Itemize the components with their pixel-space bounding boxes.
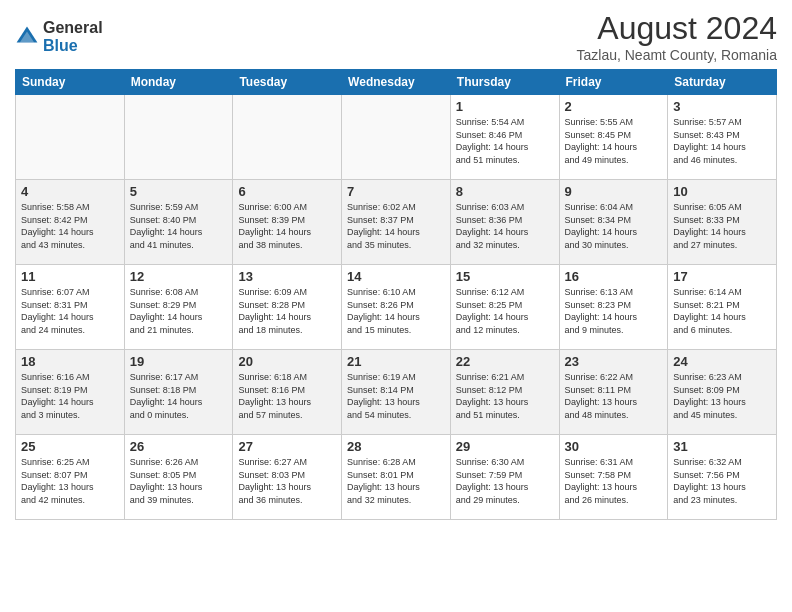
day-info-18: Sunrise: 6:16 AM Sunset: 8:19 PM Dayligh… — [21, 371, 119, 421]
cell-4-5: 30Sunrise: 6:31 AM Sunset: 7:58 PM Dayli… — [559, 435, 668, 520]
logo-blue: Blue — [43, 37, 103, 55]
day-number-8: 8 — [456, 184, 554, 199]
day-info-28: Sunrise: 6:28 AM Sunset: 8:01 PM Dayligh… — [347, 456, 445, 506]
day-info-21: Sunrise: 6:19 AM Sunset: 8:14 PM Dayligh… — [347, 371, 445, 421]
day-info-13: Sunrise: 6:09 AM Sunset: 8:28 PM Dayligh… — [238, 286, 336, 336]
logo-general: General — [43, 19, 103, 37]
logo-icon — [15, 25, 39, 49]
th-friday: Friday — [559, 70, 668, 95]
day-info-24: Sunrise: 6:23 AM Sunset: 8:09 PM Dayligh… — [673, 371, 771, 421]
day-number-12: 12 — [130, 269, 228, 284]
day-number-7: 7 — [347, 184, 445, 199]
day-info-12: Sunrise: 6:08 AM Sunset: 8:29 PM Dayligh… — [130, 286, 228, 336]
day-number-20: 20 — [238, 354, 336, 369]
day-number-19: 19 — [130, 354, 228, 369]
day-number-11: 11 — [21, 269, 119, 284]
cell-4-4: 29Sunrise: 6:30 AM Sunset: 7:59 PM Dayli… — [450, 435, 559, 520]
day-info-20: Sunrise: 6:18 AM Sunset: 8:16 PM Dayligh… — [238, 371, 336, 421]
cell-0-3 — [342, 95, 451, 180]
day-number-21: 21 — [347, 354, 445, 369]
day-info-5: Sunrise: 5:59 AM Sunset: 8:40 PM Dayligh… — [130, 201, 228, 251]
cell-0-5: 2Sunrise: 5:55 AM Sunset: 8:45 PM Daylig… — [559, 95, 668, 180]
cell-0-1 — [124, 95, 233, 180]
day-number-2: 2 — [565, 99, 663, 114]
day-number-9: 9 — [565, 184, 663, 199]
cell-3-5: 23Sunrise: 6:22 AM Sunset: 8:11 PM Dayli… — [559, 350, 668, 435]
cell-0-6: 3Sunrise: 5:57 AM Sunset: 8:43 PM Daylig… — [668, 95, 777, 180]
calendar-header: Sunday Monday Tuesday Wednesday Thursday… — [16, 70, 777, 95]
cell-4-0: 25Sunrise: 6:25 AM Sunset: 8:07 PM Dayli… — [16, 435, 125, 520]
title-section: August 2024 Tazlau, Neamt County, Romani… — [577, 10, 778, 63]
day-number-1: 1 — [456, 99, 554, 114]
day-info-1: Sunrise: 5:54 AM Sunset: 8:46 PM Dayligh… — [456, 116, 554, 166]
cell-1-1: 5Sunrise: 5:59 AM Sunset: 8:40 PM Daylig… — [124, 180, 233, 265]
cell-3-0: 18Sunrise: 6:16 AM Sunset: 8:19 PM Dayli… — [16, 350, 125, 435]
cell-4-3: 28Sunrise: 6:28 AM Sunset: 8:01 PM Dayli… — [342, 435, 451, 520]
cell-3-2: 20Sunrise: 6:18 AM Sunset: 8:16 PM Dayli… — [233, 350, 342, 435]
day-info-29: Sunrise: 6:30 AM Sunset: 7:59 PM Dayligh… — [456, 456, 554, 506]
day-info-25: Sunrise: 6:25 AM Sunset: 8:07 PM Dayligh… — [21, 456, 119, 506]
day-info-26: Sunrise: 6:26 AM Sunset: 8:05 PM Dayligh… — [130, 456, 228, 506]
day-number-25: 25 — [21, 439, 119, 454]
header: General Blue August 2024 Tazlau, Neamt C… — [15, 10, 777, 63]
logo: General Blue — [15, 19, 103, 54]
logo-text: General Blue — [43, 19, 103, 54]
day-info-30: Sunrise: 6:31 AM Sunset: 7:58 PM Dayligh… — [565, 456, 663, 506]
calendar-table: Sunday Monday Tuesday Wednesday Thursday… — [15, 69, 777, 520]
day-info-23: Sunrise: 6:22 AM Sunset: 8:11 PM Dayligh… — [565, 371, 663, 421]
cell-2-0: 11Sunrise: 6:07 AM Sunset: 8:31 PM Dayli… — [16, 265, 125, 350]
day-info-8: Sunrise: 6:03 AM Sunset: 8:36 PM Dayligh… — [456, 201, 554, 251]
cell-0-2 — [233, 95, 342, 180]
day-number-23: 23 — [565, 354, 663, 369]
day-number-31: 31 — [673, 439, 771, 454]
day-number-24: 24 — [673, 354, 771, 369]
day-info-15: Sunrise: 6:12 AM Sunset: 8:25 PM Dayligh… — [456, 286, 554, 336]
day-info-4: Sunrise: 5:58 AM Sunset: 8:42 PM Dayligh… — [21, 201, 119, 251]
week-row-0: 1Sunrise: 5:54 AM Sunset: 8:46 PM Daylig… — [16, 95, 777, 180]
calendar-body: 1Sunrise: 5:54 AM Sunset: 8:46 PM Daylig… — [16, 95, 777, 520]
day-number-13: 13 — [238, 269, 336, 284]
th-tuesday: Tuesday — [233, 70, 342, 95]
cell-0-4: 1Sunrise: 5:54 AM Sunset: 8:46 PM Daylig… — [450, 95, 559, 180]
cell-2-1: 12Sunrise: 6:08 AM Sunset: 8:29 PM Dayli… — [124, 265, 233, 350]
cell-3-4: 22Sunrise: 6:21 AM Sunset: 8:12 PM Dayli… — [450, 350, 559, 435]
subtitle: Tazlau, Neamt County, Romania — [577, 47, 778, 63]
day-number-3: 3 — [673, 99, 771, 114]
th-wednesday: Wednesday — [342, 70, 451, 95]
week-row-1: 4Sunrise: 5:58 AM Sunset: 8:42 PM Daylig… — [16, 180, 777, 265]
day-info-19: Sunrise: 6:17 AM Sunset: 8:18 PM Dayligh… — [130, 371, 228, 421]
day-number-15: 15 — [456, 269, 554, 284]
cell-2-5: 16Sunrise: 6:13 AM Sunset: 8:23 PM Dayli… — [559, 265, 668, 350]
day-number-28: 28 — [347, 439, 445, 454]
day-number-27: 27 — [238, 439, 336, 454]
day-info-22: Sunrise: 6:21 AM Sunset: 8:12 PM Dayligh… — [456, 371, 554, 421]
cell-1-3: 7Sunrise: 6:02 AM Sunset: 8:37 PM Daylig… — [342, 180, 451, 265]
cell-1-5: 9Sunrise: 6:04 AM Sunset: 8:34 PM Daylig… — [559, 180, 668, 265]
day-info-14: Sunrise: 6:10 AM Sunset: 8:26 PM Dayligh… — [347, 286, 445, 336]
day-number-6: 6 — [238, 184, 336, 199]
th-monday: Monday — [124, 70, 233, 95]
week-row-4: 25Sunrise: 6:25 AM Sunset: 8:07 PM Dayli… — [16, 435, 777, 520]
cell-4-6: 31Sunrise: 6:32 AM Sunset: 7:56 PM Dayli… — [668, 435, 777, 520]
cell-1-4: 8Sunrise: 6:03 AM Sunset: 8:36 PM Daylig… — [450, 180, 559, 265]
cell-1-0: 4Sunrise: 5:58 AM Sunset: 8:42 PM Daylig… — [16, 180, 125, 265]
page: General Blue August 2024 Tazlau, Neamt C… — [0, 0, 792, 612]
th-thursday: Thursday — [450, 70, 559, 95]
day-number-26: 26 — [130, 439, 228, 454]
day-number-29: 29 — [456, 439, 554, 454]
cell-2-4: 15Sunrise: 6:12 AM Sunset: 8:25 PM Dayli… — [450, 265, 559, 350]
cell-1-2: 6Sunrise: 6:00 AM Sunset: 8:39 PM Daylig… — [233, 180, 342, 265]
day-number-10: 10 — [673, 184, 771, 199]
cell-3-3: 21Sunrise: 6:19 AM Sunset: 8:14 PM Dayli… — [342, 350, 451, 435]
cell-1-6: 10Sunrise: 6:05 AM Sunset: 8:33 PM Dayli… — [668, 180, 777, 265]
day-info-10: Sunrise: 6:05 AM Sunset: 8:33 PM Dayligh… — [673, 201, 771, 251]
day-number-30: 30 — [565, 439, 663, 454]
day-info-11: Sunrise: 6:07 AM Sunset: 8:31 PM Dayligh… — [21, 286, 119, 336]
day-info-27: Sunrise: 6:27 AM Sunset: 8:03 PM Dayligh… — [238, 456, 336, 506]
day-number-4: 4 — [21, 184, 119, 199]
day-number-18: 18 — [21, 354, 119, 369]
day-info-7: Sunrise: 6:02 AM Sunset: 8:37 PM Dayligh… — [347, 201, 445, 251]
cell-0-0 — [16, 95, 125, 180]
day-number-16: 16 — [565, 269, 663, 284]
day-info-2: Sunrise: 5:55 AM Sunset: 8:45 PM Dayligh… — [565, 116, 663, 166]
